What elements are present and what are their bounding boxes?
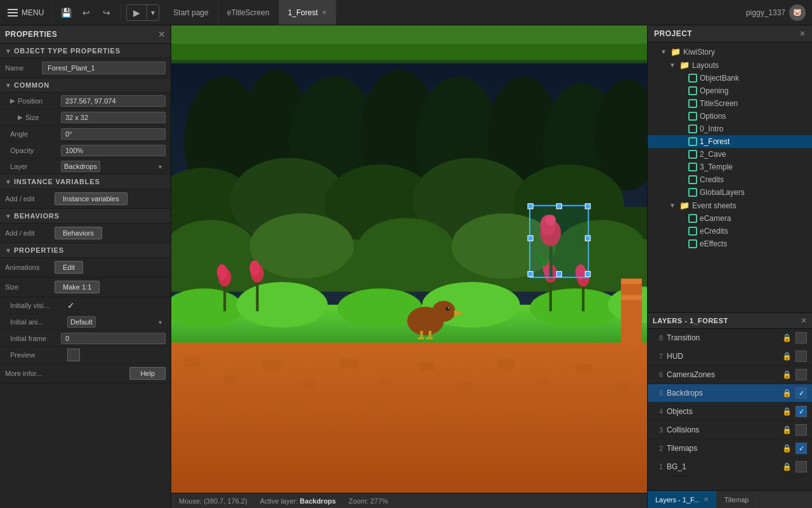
objectbank-file-icon bbox=[688, 74, 697, 83]
opening-label: Opening bbox=[700, 86, 728, 95]
layer-3-collisions[interactable]: 3 Collisions 🔒 bbox=[648, 421, 812, 439]
size-label: Size bbox=[25, 114, 39, 121]
svg-rect-72 bbox=[621, 295, 642, 300]
layer-5-num: 5 bbox=[653, 389, 663, 397]
opacity-input[interactable] bbox=[61, 145, 166, 156]
canvas-status: Mouse: (380.7, 176.2) Active layer: Back… bbox=[171, 493, 647, 508]
play-dropdown[interactable]: ▾ bbox=[147, 6, 159, 20]
tree-ecamera[interactable]: ▶ eCamera bbox=[648, 212, 812, 225]
credits-label: Credits bbox=[700, 175, 724, 184]
layer-5-lock[interactable]: 🔒 bbox=[782, 389, 792, 398]
tree-ecredits[interactable]: ▶ eCredits bbox=[648, 225, 812, 237]
tree-3temple[interactable]: ▶ 3_Temple bbox=[648, 161, 812, 173]
layer-8-vis[interactable] bbox=[796, 332, 807, 344]
tree-globallayers[interactable]: ▶ GlobalLayers bbox=[648, 186, 812, 199]
layer-2-lock[interactable]: 🔒 bbox=[782, 444, 792, 453]
play-controls: ▶ ▾ bbox=[126, 4, 159, 21]
layer-7-hud[interactable]: 7 HUD 🔒 bbox=[648, 347, 812, 366]
layer-1-vis[interactable] bbox=[796, 461, 807, 472]
layer-3-vis[interactable] bbox=[796, 424, 807, 436]
tree-titlescreen[interactable]: ▶ TitleScreen bbox=[648, 97, 812, 110]
layer-8-transition[interactable]: 8 Transition 🔒 bbox=[648, 329, 812, 347]
layer-4-objects[interactable]: 4 Objects 🔒 bbox=[648, 403, 812, 421]
svg-point-26 bbox=[237, 282, 328, 328]
position-input[interactable] bbox=[61, 95, 166, 107]
layer-5-backdrops[interactable]: 5 Backdrops 🔒 bbox=[648, 384, 812, 403]
save-button[interactable]: 💾 bbox=[57, 4, 75, 22]
section-common[interactable]: ▼ COMMON bbox=[0, 78, 171, 93]
layer-1-bg1[interactable]: 1 BG_1 🔒 bbox=[648, 458, 812, 476]
tree-opening[interactable]: ▶ Opening bbox=[648, 84, 812, 97]
section-instance-vars[interactable]: ▼ INSTANCE VARIABLES bbox=[0, 175, 171, 189]
bottom-tab-tilemap[interactable]: Tilemap bbox=[717, 491, 757, 508]
layer-2-vis[interactable] bbox=[796, 443, 807, 454]
size-input[interactable] bbox=[61, 112, 166, 123]
layer-select[interactable]: Backdrops Objects HUD Tilemaps Collision… bbox=[61, 161, 100, 172]
section-behaviors[interactable]: ▼ BEHAVIORS bbox=[0, 209, 171, 224]
properties-close[interactable]: ✕ bbox=[158, 29, 166, 39]
canvas-area[interactable] bbox=[171, 25, 647, 493]
tree-options[interactable]: ▶ Options bbox=[648, 110, 812, 123]
avatar[interactable]: 🐷 bbox=[789, 4, 806, 21]
undo-button[interactable]: ↩ bbox=[77, 4, 95, 22]
layer-7-lock[interactable]: 🔒 bbox=[782, 352, 792, 361]
svg-rect-36 bbox=[341, 358, 358, 368]
layer-6-vis[interactable] bbox=[796, 369, 807, 380]
tree-2cave[interactable]: ▶ 2_Cave bbox=[648, 148, 812, 161]
help-btn[interactable]: Help bbox=[129, 367, 166, 380]
size-11-btn[interactable]: Make 1:1 bbox=[55, 281, 100, 293]
object-name-input[interactable] bbox=[42, 62, 166, 74]
menu-button[interactable]: MENU bbox=[0, 0, 52, 25]
animations-edit-btn[interactable]: Edit bbox=[55, 261, 83, 274]
size-expand[interactable]: ▶ bbox=[18, 114, 23, 121]
layer-6-lock[interactable]: 🔒 bbox=[782, 370, 792, 379]
play-button[interactable]: ▶ bbox=[127, 5, 147, 20]
tree-eventsheets[interactable]: ▼ 📁 Event sheets bbox=[648, 199, 812, 212]
behaviors-btn[interactable]: Behaviors bbox=[55, 227, 102, 239]
layer-8-lock[interactable]: 🔒 bbox=[782, 333, 792, 342]
tree-credits[interactable]: ▶ Credits bbox=[648, 173, 812, 186]
project-close[interactable]: ✕ bbox=[799, 29, 806, 38]
initial-frame-input[interactable] bbox=[61, 333, 166, 344]
tree-layouts[interactable]: ▼ 📁 Layouts bbox=[648, 58, 812, 72]
initially-vis-check[interactable]: ✓ bbox=[67, 300, 75, 311]
bottom-tab-layers[interactable]: Layers - 1_F... ✕ bbox=[648, 491, 717, 508]
layer-7-vis[interactable] bbox=[796, 351, 807, 362]
main-layout: PROPERTIES ✕ ▼ OBJECT TYPE PROPERTIES Na… bbox=[0, 25, 812, 508]
svg-rect-46 bbox=[282, 401, 301, 410]
svg-point-51 bbox=[217, 264, 227, 280]
tab-start-page[interactable]: Start page bbox=[164, 0, 218, 25]
tree-eeffects[interactable]: ▶ eEffects bbox=[648, 237, 812, 250]
tree-0intro[interactable]: ▶ 0_Intro bbox=[648, 123, 812, 135]
instance-vars-btn[interactable]: Instance variables bbox=[55, 192, 128, 205]
initial-ani-select[interactable]: Default bbox=[67, 316, 96, 328]
tab-1-forest[interactable]: 1_Forest ✕ bbox=[279, 0, 336, 25]
tree-objectbank[interactable]: ▶ ObjectBank bbox=[648, 72, 812, 84]
layer-3-lock[interactable]: 🔒 bbox=[782, 425, 792, 434]
tab-close-icon[interactable]: ✕ bbox=[322, 9, 327, 16]
object-name-label: Name bbox=[5, 64, 37, 72]
svg-rect-47 bbox=[328, 421, 343, 429]
layer-1-lock[interactable]: 🔒 bbox=[782, 462, 792, 471]
user-area: piggy_1337 🐷 bbox=[740, 4, 812, 21]
tree-1forest[interactable]: ▶ 1_Forest bbox=[648, 135, 812, 148]
layer-4-vis[interactable] bbox=[796, 406, 807, 417]
bottom-tab-layers-close[interactable]: ✕ bbox=[704, 496, 709, 503]
section-object-type[interactable]: ▼ OBJECT TYPE PROPERTIES bbox=[0, 44, 171, 58]
tree-kiwistory[interactable]: ▼ 📁 KiwiStory bbox=[648, 45, 812, 58]
layer-2-tilemaps[interactable]: 2 Tilemaps 🔒 bbox=[648, 439, 812, 458]
ecredits-file-icon bbox=[688, 227, 697, 236]
layer-2-name: Tilemaps bbox=[667, 444, 778, 453]
layer-4-lock[interactable]: 🔒 bbox=[782, 407, 792, 416]
eventsheets-arrow: ▼ bbox=[669, 202, 677, 209]
position-expand[interactable]: ▶ bbox=[10, 97, 15, 104]
tab-etitlescreen[interactable]: eTitleScreen bbox=[218, 0, 279, 25]
layer-5-vis[interactable] bbox=[796, 387, 807, 399]
layers-close[interactable]: ✕ bbox=[801, 316, 807, 325]
svg-rect-79 bbox=[528, 204, 533, 209]
redo-button[interactable]: ↪ bbox=[98, 4, 115, 22]
section-properties[interactable]: ▼ PROPERTIES bbox=[0, 243, 171, 258]
kiwistory-label: KiwiStory bbox=[683, 48, 715, 57]
angle-input[interactable] bbox=[61, 128, 166, 140]
layer-6-camerazones[interactable]: 6 CameraZones 🔒 bbox=[648, 366, 812, 384]
